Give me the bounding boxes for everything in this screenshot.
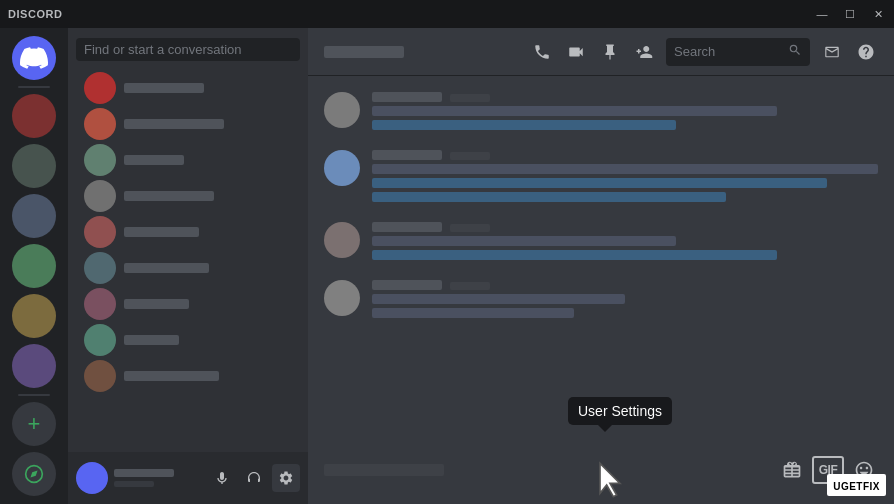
dm-avatar: [84, 180, 116, 212]
window-controls: — ☐ ✕: [814, 8, 886, 21]
topbar-actions: [530, 38, 878, 66]
server-item[interactable]: [12, 144, 56, 188]
dm-name: [124, 227, 199, 237]
message-group: [324, 92, 878, 134]
dm-item[interactable]: [76, 215, 300, 249]
dm-avatar: [84, 324, 116, 356]
server-item[interactable]: [12, 244, 56, 288]
dm-item[interactable]: [76, 287, 300, 321]
inbox-icon: [823, 43, 841, 61]
search-bar[interactable]: [666, 38, 810, 66]
gift-button[interactable]: [778, 456, 806, 484]
close-button[interactable]: ✕: [870, 8, 886, 21]
user-info: [114, 469, 202, 487]
phone-icon: [533, 43, 551, 61]
message-timestamp: [450, 224, 490, 232]
minimize-button[interactable]: —: [814, 8, 830, 20]
pinned-messages-button[interactable]: [598, 40, 622, 64]
message-text: [372, 106, 777, 116]
message-content: [372, 150, 878, 206]
settings-gear-icon: [278, 470, 294, 486]
message-text: [372, 250, 777, 260]
inbox-button[interactable]: [820, 40, 844, 64]
user-settings-tooltip: User Settings: [568, 397, 672, 432]
help-button[interactable]: [854, 40, 878, 64]
dm-name: [124, 263, 209, 273]
search-icon: [788, 43, 802, 60]
dm-item[interactable]: [76, 359, 300, 393]
start-call-button[interactable]: [530, 40, 554, 64]
dm-avatar: [84, 108, 116, 140]
svg-marker-1: [600, 463, 620, 496]
user-avatar: [76, 462, 108, 494]
message-text: [372, 192, 726, 202]
message-timestamp: [450, 282, 490, 290]
message-header: [372, 150, 878, 160]
dm-name: [124, 371, 219, 381]
message-text: [372, 164, 878, 174]
dm-name: [124, 155, 184, 165]
deafen-button[interactable]: [240, 464, 268, 492]
discord-home-button[interactable]: [12, 36, 56, 80]
dm-item[interactable]: [76, 71, 300, 105]
start-video-button[interactable]: [564, 40, 588, 64]
dm-name: [124, 191, 214, 201]
dm-item[interactable]: [76, 107, 300, 141]
message-header: [372, 92, 878, 102]
server-item[interactable]: [12, 194, 56, 238]
add-server-button[interactable]: +: [12, 402, 56, 446]
cursor-arrow-icon: [590, 460, 630, 500]
message-text: [372, 294, 625, 304]
message-author: [372, 150, 442, 160]
user-status: [114, 481, 154, 487]
username-display: [114, 469, 174, 477]
message-text: [372, 120, 676, 130]
user-panel: [68, 452, 308, 504]
server-item[interactable]: [12, 94, 56, 138]
message-content: [372, 280, 878, 322]
compass-icon: [24, 464, 44, 484]
dm-avatar: [84, 360, 116, 392]
main-content: GIF User Settings: [308, 28, 894, 504]
dm-name: [124, 119, 224, 129]
message-content: [372, 92, 878, 134]
message-avatar: [324, 222, 360, 258]
dm-item[interactable]: [76, 179, 300, 213]
dm-search-input[interactable]: [76, 38, 300, 61]
video-icon: [567, 43, 585, 61]
server-divider: [18, 86, 50, 88]
help-icon: [857, 43, 875, 61]
message-timestamp: [450, 94, 490, 102]
dm-item[interactable]: [76, 251, 300, 285]
dm-avatar: [84, 144, 116, 176]
dm-name: [124, 83, 204, 93]
watermark-text: UGETFIX: [833, 481, 880, 492]
messages-area: [308, 76, 894, 436]
dm-item[interactable]: [76, 143, 300, 177]
message-group: [324, 150, 878, 206]
user-settings-button[interactable]: [272, 464, 300, 492]
message-avatar: [324, 150, 360, 186]
message-author: [372, 92, 442, 102]
message-group: [324, 280, 878, 322]
headphone-icon: [246, 470, 262, 486]
user-panel-actions: [208, 464, 300, 492]
search-input[interactable]: [674, 44, 782, 59]
titlebar-left: DISCORD: [8, 8, 63, 20]
message-author: [372, 222, 442, 232]
discover-servers-button[interactable]: [12, 452, 56, 496]
tooltip-arrow: [598, 425, 612, 432]
server-item[interactable]: [12, 294, 56, 338]
maximize-button[interactable]: ☐: [842, 8, 858, 21]
dm-item[interactable]: [76, 323, 300, 357]
dm-avatar: [84, 72, 116, 104]
dm-search-bar[interactable]: [68, 28, 308, 71]
message-group: [324, 222, 878, 264]
input-placeholder: [324, 464, 444, 476]
mute-button[interactable]: [208, 464, 236, 492]
message-text: [372, 236, 676, 246]
server-item[interactable]: [12, 344, 56, 388]
pin-icon: [601, 43, 619, 61]
add-friend-button[interactable]: [632, 40, 656, 64]
app-title: DISCORD: [8, 8, 63, 20]
